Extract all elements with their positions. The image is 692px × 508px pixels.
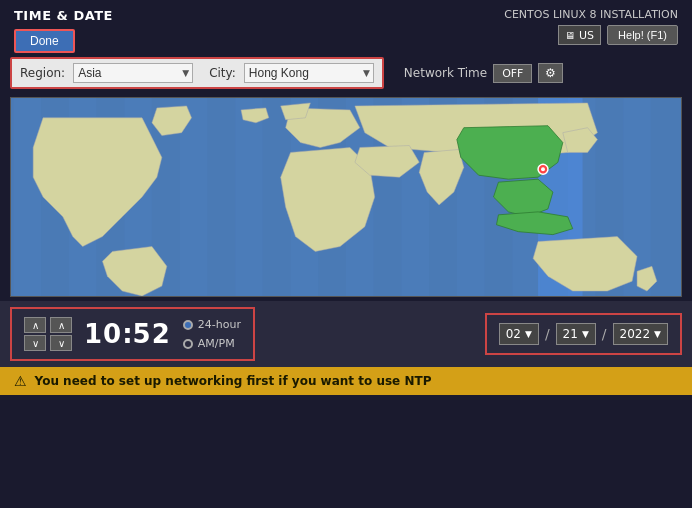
time-spinners: ∧ ∨ ∧ ∨ [24,317,72,351]
city-label: City: [209,66,236,80]
month-value: 02 [506,327,521,341]
network-time-gear-button[interactable]: ⚙ [538,63,563,83]
day-dropdown-icon: ▼ [582,329,589,339]
ampm-radio[interactable] [183,339,193,349]
time-format-selector: 24-hour AM/PM [183,318,241,350]
day-year-separator: / [602,326,607,342]
day-value: 21 [563,327,578,341]
date-panel: 02 ▼ / 21 ▼ / 2022 ▼ [485,313,682,355]
flag-icon: 🖥 [565,30,575,41]
gear-icon: ⚙ [545,66,556,80]
month-select[interactable]: 02 ▼ [499,323,539,345]
warning-text: You need to set up networking first if y… [35,374,432,388]
minutes-spinner: ∧ ∨ [50,317,72,351]
time-panel: ∧ ∨ ∧ ∨ 10 : 52 24-hour [10,307,255,361]
month-day-separator: / [545,326,550,342]
svg-rect-4 [235,98,263,296]
centos-title: CENTOS LINUX 8 INSTALLATION [504,8,678,21]
city-select[interactable]: Hong Kong [244,63,374,83]
time-separator: : [122,319,132,349]
page-title: TIME & DATE [14,8,113,23]
city-select-wrapper[interactable]: Hong Kong [244,63,374,83]
month-dropdown-icon: ▼ [525,329,532,339]
network-time-label: Network Time [404,66,487,80]
year-dropdown-icon: ▼ [654,329,661,339]
language-badge: 🖥 US [558,25,601,45]
lang-label: US [579,29,594,42]
svg-point-14 [541,167,545,171]
time-display: 10 : 52 [84,319,171,349]
svg-rect-0 [13,98,41,296]
minutes-up-button[interactable]: ∧ [50,317,72,333]
world-map[interactable] [10,97,682,297]
hours-up-button[interactable]: ∧ [24,317,46,333]
warning-bar: ⚠ You need to set up networking first if… [0,367,692,395]
network-time-toggle[interactable]: OFF [493,64,532,83]
hours-down-button[interactable]: ∨ [24,335,46,351]
day-select[interactable]: 21 ▼ [556,323,596,345]
minutes-display: 52 [133,319,171,349]
minutes-down-button[interactable]: ∨ [50,335,72,351]
24hour-option[interactable]: 24-hour [183,318,241,331]
network-time-section: Network Time OFF ⚙ [404,63,564,83]
year-value: 2022 [620,327,651,341]
done-button[interactable]: Done [14,29,75,53]
region-select[interactable]: Asia [73,63,193,83]
region-select-wrapper[interactable]: Asia [73,63,193,83]
ampm-option[interactable]: AM/PM [183,337,241,350]
warning-icon: ⚠ [14,373,27,389]
hours-spinner: ∧ ∨ [24,317,46,351]
24hour-radio[interactable] [183,320,193,330]
hours-display: 10 [84,319,122,349]
year-select[interactable]: 2022 ▼ [613,323,668,345]
region-label: Region: [20,66,65,80]
help-button[interactable]: Help! (F1) [607,25,678,45]
bottom-controls: ∧ ∨ ∧ ∨ 10 : 52 24-hour [0,301,692,367]
region-city-bar: Region: Asia City: Hong Kong [10,57,384,89]
